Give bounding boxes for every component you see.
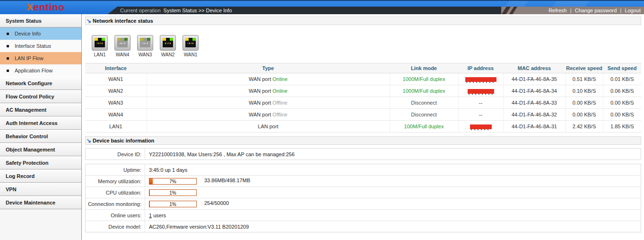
refresh-link[interactable]: Refresh bbox=[548, 8, 567, 13]
ethernet-port-icon bbox=[183, 35, 199, 51]
breadcrumb-prefix: Current operation bbox=[120, 8, 161, 13]
info-row-online-users: Online users:1 users bbox=[86, 210, 641, 221]
device-id-table: Device ID: Y22210001938, Max Users:256 ,… bbox=[85, 148, 641, 160]
section-title: Network interface status bbox=[93, 18, 153, 24]
column-header-type: Type bbox=[147, 63, 390, 73]
receive-speed-cell: 0.51 KB/S bbox=[566, 73, 603, 85]
port-type-text: WAN port bbox=[249, 76, 271, 82]
table-row-wan2: WAN2WAN port Online1000M/Full duplex44-D… bbox=[85, 85, 641, 97]
interface-table: InterfaceTypeLink modeIP addressMAC addr… bbox=[85, 63, 641, 133]
device-id-value: Y22210001938, Max Users:256 , Max AP can… bbox=[145, 149, 641, 160]
rj45-jack-icon bbox=[163, 38, 173, 47]
column-header-link-mode: Link mode bbox=[390, 63, 458, 73]
sidebar-item-lan-ip-flow[interactable]: LAN IP Flow bbox=[0, 52, 81, 64]
device-stats-table: Uptime:3:45:0 up 1 daysMemory utilizatio… bbox=[85, 164, 641, 232]
info-label: Uptime: bbox=[86, 164, 145, 176]
interface-cell: WAN4 bbox=[85, 109, 147, 121]
bullet-icon bbox=[7, 57, 9, 60]
column-header-mac-address: MAC address bbox=[503, 63, 566, 73]
send-speed-cell: 0.00 KB/S bbox=[603, 109, 641, 121]
sidebar-item-interface-status[interactable]: Interface Status bbox=[0, 40, 81, 52]
progress-label: 1% bbox=[149, 202, 196, 207]
rj45-jack-icon bbox=[185, 38, 196, 47]
memory-utilization-progress-bar: 7% bbox=[149, 178, 197, 185]
info-value: 7%33.86MB/498.17MB bbox=[145, 176, 641, 187]
stripe-decoration bbox=[509, 7, 517, 14]
port-led-icon bbox=[117, 38, 121, 41]
port-led-icon bbox=[170, 38, 173, 41]
sidebar-section-safety-protection[interactable]: Safety Protection bbox=[0, 156, 81, 169]
link-separator: | bbox=[569, 8, 573, 13]
port-pins-icon bbox=[97, 43, 103, 44]
sidebar-section-ac-management[interactable]: AC Management bbox=[0, 103, 81, 116]
main-content: ↘ Network interface status LAN1WAN4WAN3W… bbox=[82, 14, 644, 240]
link-mode-text: Disconnect bbox=[411, 112, 436, 117]
progress-label: 1% bbox=[149, 190, 196, 196]
sidebar-item-device-info[interactable]: Device Info bbox=[0, 27, 81, 40]
sidebar-section-auth-internet-access[interactable]: Auth Internet Access bbox=[0, 116, 81, 130]
breadcrumb-path: System Status >> Device Info bbox=[164, 8, 232, 13]
link-mode-text: 1000M/Full duplex bbox=[403, 88, 445, 94]
info-label: Device model: bbox=[86, 221, 145, 232]
ip-address-cell bbox=[458, 85, 503, 97]
info-row-device-model: Device model:AC260,Firmware version:V3.1… bbox=[86, 221, 641, 232]
sidebar-section-behavior-control[interactable]: Behavior Control bbox=[0, 130, 81, 143]
ip-address-cell bbox=[458, 121, 503, 133]
port-wan3: WAN3 bbox=[137, 35, 153, 57]
mac-address-cell: 44-D1-FA-46-8A-35 bbox=[503, 73, 566, 85]
port-label: WAN4 bbox=[114, 52, 131, 57]
logout-link[interactable]: Logout bbox=[625, 8, 641, 13]
ip-redaction-mark bbox=[468, 89, 494, 94]
sidebar-section-device-maintenance[interactable]: Device Maintenance bbox=[0, 196, 81, 209]
sidebar-section-vpn[interactable]: VPN bbox=[0, 183, 81, 196]
port-label: WAN1 bbox=[183, 52, 199, 57]
table-row-lan1: LAN1LAN port100M/Full duplex44-D1-FA-46-… bbox=[85, 121, 641, 133]
section-arrow-icon: ↘ bbox=[87, 138, 91, 143]
sidebar-item-application-flow[interactable]: Application Flow bbox=[0, 64, 81, 77]
receive-speed-cell: 0.00 KB/S bbox=[566, 109, 603, 121]
column-header-send-speed: Send speed bbox=[603, 63, 641, 73]
send-speed-cell: 1.85 KB/S bbox=[603, 121, 641, 133]
table-row-wan1: WAN1WAN port Online1000M/Full duplex44-D… bbox=[85, 73, 641, 85]
link-mode-cell: 1000M/Full duplex bbox=[390, 85, 458, 97]
ip-address-cell: -- bbox=[458, 97, 503, 109]
info-extra-value: 254/50000 bbox=[204, 200, 229, 206]
type-cell: WAN port Online bbox=[147, 73, 390, 85]
column-header-receive-speed: Receive speed bbox=[566, 63, 603, 73]
sidebar-item-label: Application Flow bbox=[15, 68, 52, 73]
interface-cell: WAN3 bbox=[85, 97, 147, 109]
port-led-icon bbox=[140, 38, 143, 41]
sidebar-item-label: LAN IP Flow bbox=[15, 55, 44, 61]
port-type-text: WAN port bbox=[249, 100, 271, 106]
port-led-icon bbox=[124, 38, 128, 41]
info-row-uptime: Uptime:3:45:0 up 1 days bbox=[86, 164, 641, 176]
info-label: Memory utilization: bbox=[86, 176, 145, 187]
info-value-suffix: users bbox=[152, 213, 166, 218]
change-password-link[interactable]: Change password bbox=[575, 8, 617, 13]
table-row-wan4: WAN4WAN port OfflineDisconnect--44-D1-FA… bbox=[85, 109, 641, 121]
type-cell: WAN port Offline bbox=[147, 97, 390, 109]
sidebar-section-flow-control-policy[interactable]: Flow Control Policy bbox=[0, 90, 81, 103]
mac-address-cell: 44-D1-FA-46-8A-32 bbox=[503, 109, 566, 121]
link-mode-cell: Disconnect bbox=[390, 109, 458, 121]
port-wan1: WAN1 bbox=[183, 35, 199, 57]
info-row-device-id: Device ID: Y22210001938, Max Users:256 ,… bbox=[86, 149, 641, 160]
sidebar-section-network-configure[interactable]: Network Configure bbox=[0, 77, 81, 90]
sidebar-section-system-status[interactable]: System Status bbox=[0, 14, 81, 27]
info-label: Online users: bbox=[86, 210, 145, 221]
sidebar-section-log-record[interactable]: Log Record bbox=[0, 169, 81, 183]
ip-redaction-mark bbox=[465, 77, 496, 82]
sidebar-section-object-management[interactable]: Object Management bbox=[0, 143, 81, 156]
mac-address-cell: 44-D1-FA-46-8A-33 bbox=[503, 97, 566, 109]
send-speed-cell: 0.00 KB/S bbox=[603, 97, 641, 109]
port-pins-icon bbox=[142, 43, 148, 44]
mac-address-cell: 44-D1-FA-46-8A-34 bbox=[503, 85, 566, 97]
link-mode-cell: 1000M/Full duplex bbox=[390, 73, 458, 85]
type-cell: WAN port Online bbox=[147, 85, 390, 97]
sidebar-item-label: Interface Status bbox=[15, 43, 51, 49]
port-led-icon bbox=[192, 38, 196, 41]
column-header-interface: Interface bbox=[85, 63, 147, 73]
table-row-wan3: WAN3WAN port OfflineDisconnect--44-D1-FA… bbox=[85, 97, 641, 109]
section-header-network-interface-status: ↘ Network interface status bbox=[85, 17, 641, 25]
port-label: WAN2 bbox=[160, 52, 176, 57]
